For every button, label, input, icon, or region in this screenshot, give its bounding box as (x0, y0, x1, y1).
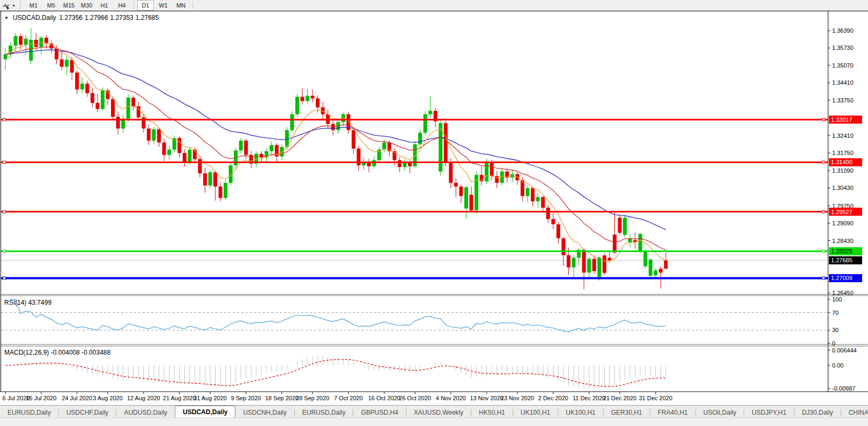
svg-text:0.006444: 0.006444 (832, 347, 857, 354)
timeframe-button-mn[interactable]: MN (173, 0, 189, 11)
symbol-tab-usdcnh-daily[interactable]: USDCNH,Daily (235, 407, 294, 418)
svg-text:1.28029: 1.28029 (831, 248, 852, 254)
svg-text:1.26450: 1.26450 (832, 290, 854, 296)
symbol-tab-audusd-daily[interactable]: AUDUSD,Daily (116, 407, 175, 418)
svg-text:1.28430: 1.28430 (832, 238, 854, 244)
timeframe-button-m1[interactable]: M1 (25, 0, 42, 11)
timeframe-button-m30[interactable]: M30 (78, 0, 95, 11)
timeframe-button-h1[interactable]: H1 (96, 0, 113, 11)
chart-window: 1.363901.357301.350701.344101.337501.324… (0, 11, 868, 426)
svg-text:1.32410: 1.32410 (832, 133, 854, 139)
svg-text:100: 100 (832, 296, 842, 303)
svg-text:70: 70 (832, 310, 839, 316)
macd-indicator-label: MACD(12,26,9) -0.004008 -0.003488 (4, 349, 110, 356)
symbol-tab-uk100-h1[interactable]: UK100,H1 (513, 407, 558, 418)
triangle-down-icon[interactable]: ▼ (4, 16, 9, 20)
svg-text:1.30430: 1.30430 (832, 185, 854, 191)
symbol-tab-bar: EURUSD,DailyUSDCHF,DailyAUDUSD,DailyUSDC… (0, 405, 868, 418)
svg-text:31 Aug 2020: 31 Aug 2020 (194, 395, 227, 401)
chart-cursor-tool[interactable]: ▼ (0, 2, 18, 10)
chart-title: ▼ USDCAD,Daily 1.27356 1.27966 1.27353 1… (4, 14, 159, 21)
toolbar-separator (133, 2, 134, 9)
svg-text:1.31750: 1.31750 (832, 150, 854, 156)
timeframe-button-m15[interactable]: M15 (61, 0, 77, 11)
svg-text:1.31400: 1.31400 (831, 159, 852, 165)
svg-text:1.29750: 1.29750 (832, 203, 854, 209)
svg-text:1.34410: 1.34410 (832, 79, 854, 86)
svg-text:4 Nov 2020: 4 Nov 2020 (436, 395, 466, 401)
timeframe-button-d1[interactable]: D1 (137, 0, 154, 11)
symbol-tab-eurusd-daily[interactable]: EURUSD,Daily (0, 407, 59, 418)
svg-text:28 Sep 2020: 28 Sep 2020 (296, 395, 329, 401)
symbol-label: USDCAD,Daily (13, 14, 56, 21)
svg-text:2 Dec 2020: 2 Dec 2020 (538, 395, 568, 401)
toolbar-grip-handle[interactable] (20, 2, 21, 9)
svg-text:1.35730: 1.35730 (832, 45, 854, 51)
svg-text:31 Dec 2020: 31 Dec 2020 (639, 395, 672, 401)
symbol-tab-china300-h1[interactable]: CHINA300,H1 (841, 407, 868, 418)
timeframe-button-h4[interactable]: H4 (114, 0, 130, 11)
symbol-tab-uk100-h1[interactable]: UK100,H1 (558, 407, 603, 418)
svg-text:15 Jul 2020: 15 Jul 2020 (26, 395, 56, 401)
svg-text:30: 30 (832, 327, 839, 333)
svg-text:18 Sep 2020: 18 Sep 2020 (265, 395, 299, 401)
symbol-tab-hk50-h1[interactable]: HK50,H1 (471, 407, 513, 418)
svg-text:23 Nov 2020: 23 Nov 2020 (501, 395, 534, 401)
timeframe-button-w1[interactable]: W1 (155, 0, 172, 11)
chart-canvas[interactable]: 1.363901.357301.350701.344101.337501.324… (0, 11, 868, 405)
svg-text:0.00: 0.00 (832, 362, 843, 369)
ohlc-low: 1.27353 (110, 14, 133, 21)
mt4-window: ▼ M1M5M15M30H1H4D1W1MN 1.363901.357301.3… (0, 0, 868, 426)
svg-text:1.35070: 1.35070 (832, 62, 854, 69)
ohlc-open: 1.27356 (60, 14, 83, 21)
svg-text:1.27009: 1.27009 (831, 275, 852, 281)
svg-text:12 Aug 2020: 12 Aug 2020 (127, 395, 160, 401)
svg-text:1.29527: 1.29527 (831, 209, 852, 215)
symbol-tab-xauusd-weekly[interactable]: XAUUSD,Weekly (406, 407, 471, 418)
symbol-tab-usdjpy-h1[interactable]: USDJPY,H1 (744, 407, 794, 418)
svg-text:16 Oct 2020: 16 Oct 2020 (368, 395, 400, 401)
svg-text:1.31090: 1.31090 (832, 167, 854, 174)
symbol-tab-usoil-daily[interactable]: USOil,Daily (696, 407, 744, 418)
svg-text:3 Aug 2020: 3 Aug 2020 (93, 395, 123, 401)
symbol-tab-eurusd-daily[interactable]: EURUSD,Daily (295, 407, 354, 418)
svg-text:21 Aug 2020: 21 Aug 2020 (163, 395, 196, 401)
svg-text:1.36390: 1.36390 (832, 27, 854, 34)
symbol-tab-usdchf-daily[interactable]: USDCHF,Daily (59, 407, 117, 418)
caret-down-icon: ▼ (12, 4, 16, 8)
svg-text:1.33750: 1.33750 (832, 97, 854, 104)
svg-text:1.29090: 1.29090 (832, 220, 854, 226)
rsi-indicator-label: RSI(14) 43.7499 (4, 299, 51, 306)
svg-text:7 Oct 2020: 7 Oct 2020 (334, 395, 363, 401)
svg-text:0: 0 (832, 340, 835, 347)
symbol-tab-dj30-daily[interactable]: DJ30,Daily (795, 407, 841, 418)
svg-text:26 Oct 2020: 26 Oct 2020 (399, 395, 431, 401)
svg-text:6 Jul 2020: 6 Jul 2020 (3, 395, 30, 401)
timeframe-toolbar: ▼ M1M5M15M30H1H4D1W1MN (0, 0, 868, 11)
svg-text:11 Dec 2020: 11 Dec 2020 (573, 395, 606, 401)
toolbar-separator (192, 2, 193, 9)
svg-text:1.33017: 1.33017 (831, 116, 852, 123)
symbol-tab-usdcad-daily[interactable]: USDCAD,Daily (175, 406, 235, 418)
svg-text:24 Jul 2020: 24 Jul 2020 (62, 395, 92, 401)
symbol-tab-fra40-h1[interactable]: FRA40,H1 (650, 407, 696, 418)
svg-text:-0.00987: -0.00987 (832, 385, 855, 392)
timeframe-button-m5[interactable]: M5 (43, 0, 60, 11)
symbol-tab-gbpusd-h4[interactable]: GBPUSD,H4 (353, 407, 406, 418)
svg-text:1.27685: 1.27685 (831, 257, 852, 263)
ohlc-close: 1.27685 (136, 14, 159, 21)
svg-text:21 Dec 2020: 21 Dec 2020 (603, 395, 636, 401)
ohlc-high: 1.27966 (85, 14, 108, 21)
chart-cursor-icon (2, 2, 10, 10)
status-strip (0, 417, 868, 426)
svg-text:13 Nov 2020: 13 Nov 2020 (470, 395, 503, 401)
symbol-tab-ger30-h1[interactable]: GER30,H1 (604, 407, 650, 418)
svg-text:9 Sep 2020: 9 Sep 2020 (231, 395, 261, 401)
